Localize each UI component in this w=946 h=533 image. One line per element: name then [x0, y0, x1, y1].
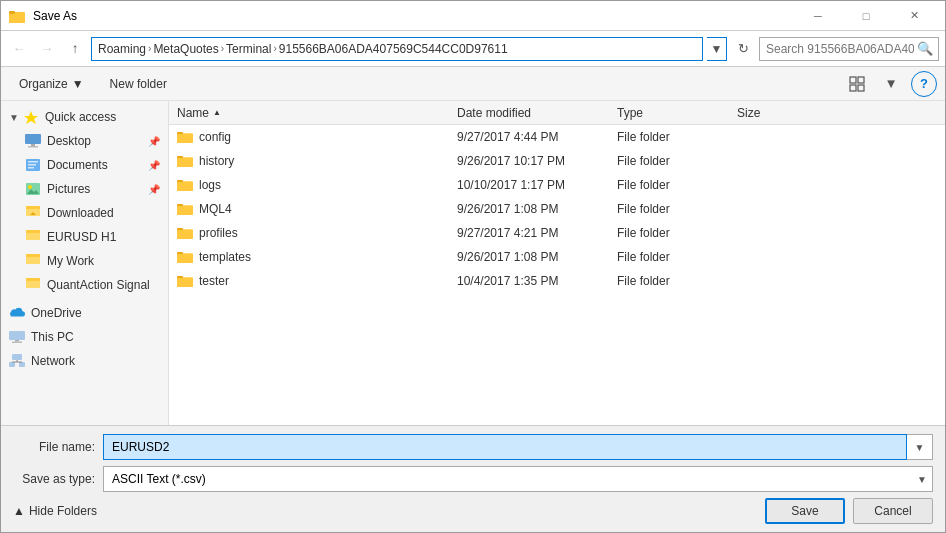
minimize-button[interactable]: ─ [795, 1, 841, 31]
file-list: Name ▲ Date modified Type Size [169, 101, 945, 425]
action-row: ▲ Hide Folders Save Cancel [13, 498, 933, 524]
up-button[interactable]: ↑ [63, 37, 87, 61]
filename-input[interactable] [103, 434, 907, 460]
table-row[interactable]: MQL4 9/26/2017 1:08 PM File folder [169, 197, 945, 221]
mywork-icon [25, 253, 41, 269]
documents-icon [25, 157, 41, 173]
sidebar-item-quantaction[interactable]: QuantAction Signal [1, 273, 168, 297]
file-date: 9/26/2017 1:08 PM [449, 250, 609, 264]
folder-icon [177, 274, 193, 288]
file-name: profiles [199, 226, 238, 240]
file-type: File folder [609, 274, 729, 288]
savetype-select[interactable]: ASCII Text (*.csv) [103, 466, 933, 492]
sidebar-item-desktop[interactable]: Desktop 📌 [1, 129, 168, 153]
path-terminal: Terminal [226, 42, 271, 56]
svg-marker-7 [24, 111, 38, 124]
filename-dropdown[interactable]: ▼ [907, 434, 933, 460]
address-path[interactable]: Roaming › MetaQuotes › Terminal › 915566… [91, 37, 703, 61]
sidebar-thispc[interactable]: This PC [1, 325, 168, 349]
sidebar-item-eurusd[interactable]: EURUSD H1 [1, 225, 168, 249]
file-list-header: Name ▲ Date modified Type Size [169, 101, 945, 125]
sidebar-item-pictures[interactable]: Pictures 📌 [1, 177, 168, 201]
chevron-up-icon: ▲ [13, 504, 25, 518]
maximize-button[interactable]: □ [843, 1, 889, 31]
network-label: Network [31, 354, 75, 368]
svg-rect-13 [28, 164, 36, 166]
cancel-button[interactable]: Cancel [853, 498, 933, 524]
savetype-label: Save as type: [13, 472, 103, 486]
view-dropdown-button[interactable]: ▼ [877, 71, 905, 97]
chevron-icon: ▼ [9, 112, 19, 123]
path-roaming: Roaming [98, 42, 146, 56]
save-button[interactable]: Save [765, 498, 845, 524]
svg-rect-38 [177, 134, 193, 143]
sidebar-item-mywork[interactable]: My Work [1, 249, 168, 273]
search-wrapper: 🔍 [759, 37, 939, 61]
col-header-size[interactable]: Size [729, 104, 809, 122]
thispc-icon [9, 329, 25, 345]
path-metaquotes: MetaQuotes [153, 42, 218, 56]
help-button[interactable]: ? [911, 71, 937, 97]
col-header-type[interactable]: Type [609, 104, 729, 122]
toolbar: Organize ▼ New folder ▼ ? [1, 67, 945, 101]
refresh-button[interactable]: ↻ [731, 37, 755, 61]
sidebar-onedrive[interactable]: OneDrive [1, 301, 168, 325]
search-input[interactable] [759, 37, 939, 61]
organize-button[interactable]: Organize ▼ [9, 71, 94, 97]
forward-button[interactable]: → [35, 37, 59, 61]
sidebar-downloaded-label: Downloaded [47, 206, 114, 220]
svg-rect-5 [850, 85, 856, 91]
sidebar-network[interactable]: Network [1, 349, 168, 373]
svg-rect-6 [858, 85, 864, 91]
file-date: 10/4/2017 1:35 PM [449, 274, 609, 288]
toolbar-right: ▼ ? [843, 71, 937, 97]
quick-access-icon [23, 109, 39, 125]
svg-rect-29 [12, 342, 22, 344]
col-header-name[interactable]: Name ▲ [169, 104, 449, 122]
table-row[interactable]: history 9/26/2017 10:17 PM File folder [169, 149, 945, 173]
sidebar-eurusd-label: EURUSD H1 [47, 230, 116, 244]
file-date: 9/27/2017 4:44 PM [449, 130, 609, 144]
sidebar-mywork-label: My Work [47, 254, 94, 268]
table-row[interactable]: profiles 9/27/2017 4:21 PM File folder [169, 221, 945, 245]
file-type: File folder [609, 250, 729, 264]
sidebar: ▼ Quick access Desktop 📌 [1, 101, 169, 425]
sidebar-item-documents[interactable]: Documents 📌 [1, 153, 168, 177]
table-row[interactable]: templates 9/26/2017 1:08 PM File folder [169, 245, 945, 269]
sidebar-item-downloaded[interactable]: Downloaded [1, 201, 168, 225]
title-bar-controls: ─ □ ✕ [795, 1, 937, 31]
title-bar-left: Save As [9, 8, 77, 24]
svg-rect-50 [177, 230, 193, 239]
pictures-icon [25, 181, 41, 197]
file-date: 9/27/2017 4:21 PM [449, 226, 609, 240]
filename-row: File name: ▼ [13, 434, 933, 460]
hide-folders-label: Hide Folders [29, 504, 97, 518]
sidebar-section-quick-access[interactable]: ▼ Quick access [1, 105, 168, 129]
file-type: File folder [609, 178, 729, 192]
col-header-date[interactable]: Date modified [449, 104, 609, 122]
back-button[interactable]: ← [7, 37, 31, 61]
svg-rect-56 [177, 278, 193, 287]
table-row[interactable]: tester 10/4/2017 1:35 PM File folder [169, 269, 945, 293]
file-name: tester [199, 274, 229, 288]
address-bar: ← → ↑ Roaming › MetaQuotes › Terminal › … [1, 31, 945, 67]
savetype-row: Save as type: ASCII Text (*.csv) ▼ [13, 466, 933, 492]
svg-rect-47 [177, 206, 193, 215]
new-folder-button[interactable]: New folder [100, 71, 177, 97]
close-button[interactable]: ✕ [891, 1, 937, 31]
address-dropdown[interactable]: ▼ [707, 37, 727, 61]
table-row[interactable]: config 9/27/2017 4:44 PM File folder [169, 125, 945, 149]
svg-rect-1 [9, 14, 25, 23]
table-row[interactable]: logs 10/10/2017 1:17 PM File folder [169, 173, 945, 197]
quick-access-label: Quick access [45, 110, 116, 124]
file-type: File folder [609, 130, 729, 144]
sidebar-pictures-label: Pictures [47, 182, 90, 196]
action-buttons: Save Cancel [765, 498, 933, 524]
folder-icon [177, 178, 193, 192]
svg-rect-2 [9, 11, 15, 14]
sidebar-desktop-label: Desktop [47, 134, 91, 148]
hide-folders-toggle[interactable]: ▲ Hide Folders [13, 504, 97, 518]
view-button[interactable] [843, 71, 871, 97]
svg-rect-8 [25, 134, 41, 144]
svg-rect-26 [26, 281, 40, 288]
